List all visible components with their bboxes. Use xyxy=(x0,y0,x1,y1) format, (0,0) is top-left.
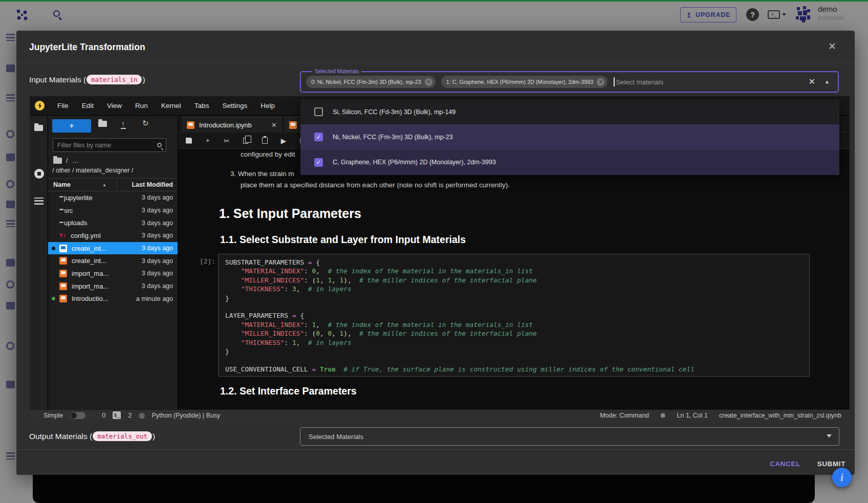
menu-item-run[interactable]: Run xyxy=(128,102,155,110)
dialog-title: JupyterLite Transformation xyxy=(29,42,145,53)
kernel-icon: ◎ xyxy=(139,411,144,419)
jupyterlite-transformation-dialog: JupyterLite Transformation ✕ Input Mater… xyxy=(16,31,855,475)
file-row[interactable]: create_int...3 days ago xyxy=(48,242,178,255)
home-folder-icon[interactable] xyxy=(53,158,62,164)
sidebar-icon xyxy=(6,64,15,72)
mode-indicator[interactable]: Mode: Command xyxy=(600,412,649,419)
upgrade-button[interactable]: ↥ UPGRADE xyxy=(680,7,736,23)
menu-item-edit[interactable]: Edit xyxy=(75,102,100,110)
filter-files-box[interactable] xyxy=(53,138,166,152)
file-row[interactable]: Y:config.yml3 days ago xyxy=(48,229,178,242)
file-row[interactable]: import_ma...3 days ago xyxy=(48,267,178,280)
dropdown-option[interactable]: Si, Silicon, FCC (Fd-3m) 3D (Bulk), mp-1… xyxy=(300,99,839,124)
filter-files-input[interactable] xyxy=(57,142,157,149)
terminals-count[interactable]: 0 xyxy=(102,412,105,419)
selected-materials-field[interactable]: Selected Materials 0: Ni, Nickel, FCC (F… xyxy=(300,71,839,93)
dropdown-option[interactable]: ✓Ni, Nickel, FCC (Fm-3m) 3D (Bulk), mp-2… xyxy=(300,124,839,149)
chip-delete-icon[interactable]: ✕ xyxy=(425,78,432,86)
code-line: "MILLER_INDICES": (1, 1, 1), # the mille… xyxy=(225,276,802,285)
code-line: } xyxy=(225,347,802,356)
chip-delete-icon[interactable]: ✕ xyxy=(597,78,604,86)
new-folder-icon[interactable] xyxy=(98,121,107,127)
output-materials-label: Output Materials (materials_out) xyxy=(29,431,155,441)
clear-icon[interactable]: ✕ xyxy=(809,77,815,86)
breadcrumb[interactable]: / … xyxy=(53,157,79,164)
checkbox[interactable] xyxy=(314,107,323,116)
dropdown-option[interactable]: ✓C, Graphene, HEX (P6/mmm) 2D (Monolayer… xyxy=(300,150,839,175)
menu-item-kernel[interactable]: Kernel xyxy=(155,102,188,110)
running-kernels-icon[interactable] xyxy=(34,169,44,179)
search-icon[interactable] xyxy=(53,10,60,17)
material-chip[interactable]: 0: Ni, Nickel, FCC (Fm-3m) 3D (Bulk), mp… xyxy=(306,76,436,88)
trust-shield-icon: ⊗ xyxy=(660,411,665,419)
file-row[interactable]: create_int...3 days ago xyxy=(48,254,178,267)
file-row[interactable]: jupyterlite3 days ago xyxy=(48,191,178,204)
save-icon[interactable] xyxy=(185,138,193,144)
sidebar-icon xyxy=(6,180,14,188)
file-name: uploads xyxy=(64,219,88,227)
code-line xyxy=(225,302,802,311)
kernel-status[interactable]: Python (Pyodide) | Busy xyxy=(151,412,220,419)
file-row[interactable]: import_ma...3 days ago xyxy=(48,280,178,293)
kernels-count[interactable]: 2 xyxy=(128,412,132,419)
refresh-icon[interactable]: ↻ xyxy=(142,119,149,128)
tab-introduction[interactable]: Introduction.ipynb ✕ xyxy=(182,117,282,133)
file-modified: 3 days ago xyxy=(142,207,173,214)
material-chip[interactable]: 1: C, Graphene, HEX (P6/mmm) 2D (Monolay… xyxy=(441,76,607,88)
add-cell-icon[interactable]: + xyxy=(204,137,212,144)
menu-item-file[interactable]: File xyxy=(51,102,75,110)
cell-execution-count: [2]: xyxy=(200,257,215,265)
sidebar-icon xyxy=(6,259,15,267)
text-caret xyxy=(614,77,615,86)
jupyterlite-logo-icon xyxy=(35,101,45,111)
tab-close-icon[interactable]: ✕ xyxy=(271,121,277,129)
checkbox-checked[interactable]: ✓ xyxy=(314,133,323,141)
menu-item-settings[interactable]: Settings xyxy=(215,102,254,110)
notebook-icon xyxy=(59,245,67,252)
section-heading: 1. Set Input Parameters xyxy=(219,206,361,221)
file-name: import_ma... xyxy=(72,282,108,290)
menu-item-tabs[interactable]: Tabs xyxy=(188,102,216,110)
cut-icon[interactable]: ✂ xyxy=(223,137,231,145)
copy-icon[interactable] xyxy=(242,138,250,144)
cancel-button[interactable]: CANCEL xyxy=(765,455,806,472)
close-icon[interactable]: ✕ xyxy=(825,39,839,53)
select-materials-input[interactable] xyxy=(616,78,800,86)
console-menu-button[interactable]: >_ xyxy=(768,10,786,19)
output-materials-select[interactable]: Selected Materials xyxy=(300,427,839,446)
materials-dropdown: Si, Silicon, FCC (Fd-3m) 3D (Bulk), mp-1… xyxy=(300,99,839,175)
upload-icon[interactable]: ↑ xyxy=(121,119,126,129)
subsection-heading: 1.1. Select Substrate and Layer from Inp… xyxy=(220,234,466,246)
file-row[interactable]: Introductio...a minute ago xyxy=(48,293,178,305)
menu-item-help[interactable]: Help xyxy=(254,102,281,110)
avatar[interactable] xyxy=(793,4,813,25)
run-icon[interactable]: ▶ xyxy=(279,137,288,145)
materials-in-code-chip: materials_in xyxy=(86,75,142,84)
user-info[interactable]: demo Individual xyxy=(818,5,844,21)
new-launcher-button[interactable]: + xyxy=(52,119,91,133)
file-list-header[interactable]: Name ▲ Last Modified xyxy=(48,178,178,191)
upload-arrow-icon: ↥ xyxy=(686,11,692,19)
checkbox-checked[interactable]: ✓ xyxy=(314,158,323,167)
app-logo-icon[interactable] xyxy=(15,8,29,21)
code-cell[interactable]: SUBSTRATE_PARAMETERS = { "MATERIAL_INDEX… xyxy=(218,254,810,377)
footer-divider xyxy=(16,449,855,450)
file-browser-icon[interactable] xyxy=(34,125,43,131)
file-list: jupyterlite3 days agosrc3 days agoupload… xyxy=(48,191,178,305)
menu-item-view[interactable]: View xyxy=(100,102,128,110)
subsection-heading: 1.2. Set Interface Parameters xyxy=(220,385,357,397)
code-line: "THICKNESS": 3, # in layers xyxy=(225,285,802,293)
file-row[interactable]: uploads3 days ago xyxy=(48,216,178,229)
collapse-arrow-icon[interactable]: ▲ xyxy=(824,79,830,84)
breadcrumb-path[interactable]: / other / materials_designer / xyxy=(52,167,133,174)
notebook-icon xyxy=(59,295,67,302)
simple-mode-label: Simple xyxy=(44,412,63,419)
help-button[interactable]: ? xyxy=(746,8,759,21)
info-button[interactable]: i xyxy=(832,468,852,487)
file-row[interactable]: src3 days ago xyxy=(48,204,178,217)
simple-mode-toggle[interactable] xyxy=(70,412,85,419)
paste-icon[interactable] xyxy=(261,137,269,144)
cursor-position[interactable]: Ln 1, Col 1 xyxy=(677,412,708,419)
table-of-contents-icon[interactable] xyxy=(34,198,44,205)
sidebar-icon xyxy=(6,201,15,208)
